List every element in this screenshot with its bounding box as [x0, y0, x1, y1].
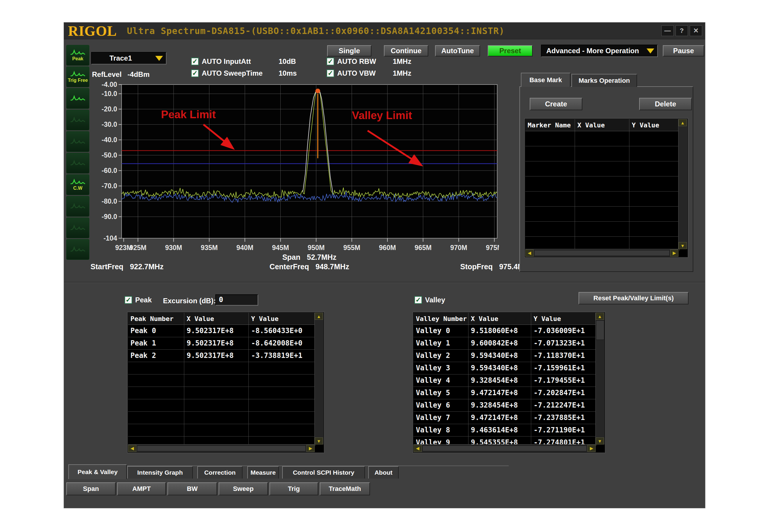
valley-checkbox[interactable]	[415, 296, 422, 304]
valley-table-row[interactable]: Valley 69.328454E+8-7.212247E+1	[414, 399, 605, 412]
tab-control-scpi-history[interactable]: Control SCPI History	[282, 466, 365, 479]
valley-table-row[interactable]: Valley 39.594340E+8-7.159961E+1	[414, 362, 605, 374]
pause-button[interactable]: Pause	[663, 45, 704, 56]
span-button[interactable]: Span	[66, 482, 116, 495]
marker-table-row-empty	[525, 192, 687, 207]
preset-button[interactable]: Preset	[488, 45, 533, 56]
auto-vbw-checkbox[interactable]	[326, 69, 334, 77]
autotune-button[interactable]: AutoTune	[435, 45, 480, 56]
trig-button[interactable]: Trig	[269, 482, 318, 495]
scroll-down-icon[interactable]	[315, 437, 323, 445]
trace-squiggle-icon	[69, 246, 86, 253]
horizontal-scrollbar[interactable]	[414, 444, 596, 452]
scroll-down-icon[interactable]	[679, 242, 687, 249]
horizontal-scrollbar[interactable]	[525, 249, 679, 257]
scroll-up-icon[interactable]	[315, 313, 323, 320]
scrollbar-thumb[interactable]	[596, 320, 604, 340]
excursion-input[interactable]: 0	[215, 294, 258, 306]
delete-marker-button[interactable]: Delete	[639, 98, 692, 110]
tab-intensity-graph[interactable]: Intensity Graph	[127, 466, 193, 479]
trace-squiggle-icon	[69, 117, 86, 123]
peak-table: Peak Number X Value Y Value Peak 09.5023…	[127, 312, 324, 453]
horizontal-scrollbar[interactable]	[128, 444, 315, 452]
ampt-button[interactable]: AMPT	[117, 482, 166, 495]
vertical-scrollbar[interactable]	[595, 313, 605, 445]
vertical-scrollbar[interactable]	[678, 119, 687, 249]
scroll-up-icon[interactable]	[596, 313, 604, 320]
valley-table-row[interactable]: Valley 29.594340E+8-7.118370E+1	[414, 350, 605, 362]
trace-squiggle-icon	[69, 71, 86, 77]
vertical-scrollbar[interactable]	[314, 313, 323, 445]
peak-table-row[interactable]: Peak 09.502317E+8-8.560433E+0	[128, 325, 323, 337]
scrollbar-thumb[interactable]	[137, 445, 306, 451]
valley-table-row[interactable]: Valley 89.463614E+8-7.271190E+1	[414, 424, 605, 437]
reset-peak-valley-button[interactable]: Reset Peak/Valley Limit(s)	[579, 292, 689, 304]
scroll-up-icon[interactable]	[679, 119, 687, 126]
y-tick-label: -80.0	[102, 197, 117, 205]
peak-table-row[interactable]: Peak 29.502317E+8-3.738819E+1	[128, 350, 323, 362]
trace-button-icon[interactable]	[66, 218, 89, 238]
trace-selector[interactable]: Trace1	[91, 52, 166, 64]
peak-table-row[interactable]: Peak 19.502317E+8-8.642008E+0	[128, 337, 323, 350]
continue-button[interactable]: Continue	[384, 45, 428, 56]
bw-button[interactable]: BW	[167, 482, 217, 495]
y-tick-label: -40.0	[102, 136, 117, 144]
chevron-down-icon	[647, 48, 654, 53]
marker-table-row-empty	[525, 207, 687, 222]
trig-free-icon[interactable]: Trig Free	[66, 67, 89, 87]
close-button[interactable]: ✕	[690, 25, 702, 36]
scroll-left-icon[interactable]	[414, 445, 422, 452]
valley-table-row[interactable]: Valley 19.600842E+8-7.071323E+1	[414, 337, 605, 350]
cw-trace-icon[interactable]: C.W	[66, 174, 89, 195]
auto-inputatt-checkbox[interactable]	[191, 58, 199, 65]
scroll-down-icon[interactable]	[596, 437, 604, 445]
trace-button-icon[interactable]	[66, 153, 89, 173]
trace-squiggle-icon	[69, 160, 86, 166]
peak-enable-row: Peak	[124, 296, 152, 304]
scrollbar-thumb[interactable]	[534, 250, 670, 256]
tab-base-mark[interactable]: Base Mark	[521, 73, 571, 87]
y-tick-label: -20.0	[102, 105, 117, 113]
valley-table: Valley Number X Value Y Value Valley 09.…	[413, 312, 605, 453]
auto-sweeptime-checkbox[interactable]	[191, 69, 199, 77]
scroll-right-icon[interactable]	[670, 249, 679, 257]
trace-button-icon[interactable]	[66, 239, 89, 260]
peak-table-row-empty	[128, 424, 323, 437]
rigol-logo: RIGOL	[68, 23, 117, 39]
auto-rbw-checkbox[interactable]	[326, 58, 334, 65]
x-tick-label: 925M	[129, 244, 147, 252]
sweep-button[interactable]: Sweep	[218, 482, 268, 495]
scroll-right-icon[interactable]	[306, 445, 315, 452]
marker-table: Marker Name X Value Y Value	[525, 119, 688, 257]
peak-checkbox[interactable]	[124, 296, 132, 304]
tab-peak-and-valley[interactable]: Peak & Valley	[68, 464, 127, 479]
single-button[interactable]: Single	[327, 45, 371, 56]
tab-correction[interactable]: Correction	[197, 466, 242, 479]
trace-button-icon[interactable]	[66, 196, 89, 217]
trace-button-icon[interactable]	[66, 131, 89, 152]
peak-table-row-empty	[128, 412, 323, 424]
auto-inputatt-row: AUTO InputAtt 10dB	[191, 57, 296, 66]
x-tick-label: 940M	[236, 244, 253, 252]
trace-button-icon[interactable]	[66, 110, 89, 130]
marker-table-row-empty	[525, 222, 687, 237]
create-marker-button[interactable]: Create	[530, 98, 582, 110]
sweep-loop-icon[interactable]	[66, 88, 89, 109]
advanced-operation-dropdown[interactable]: Advanced - More Operation	[541, 45, 658, 57]
valley-table-row[interactable]: Valley 49.328454E+8-7.179455E+1	[414, 374, 605, 387]
scroll-right-icon[interactable]	[587, 445, 596, 452]
valley-table-row[interactable]: Valley 59.472147E+8-7.202847E+1	[414, 387, 605, 399]
valley-table-row[interactable]: Valley 79.472147E+8-7.237885E+1	[414, 412, 605, 424]
tracemath-button[interactable]: TraceMath	[320, 482, 370, 495]
scroll-left-icon[interactable]	[525, 249, 534, 257]
y-tick-label: -60.0	[102, 167, 117, 174]
scroll-left-icon[interactable]	[128, 445, 136, 452]
tab-measure[interactable]: Measure	[247, 466, 279, 479]
peak-trace-icon[interactable]: Peak	[66, 45, 89, 66]
tab-about[interactable]: About	[368, 466, 399, 479]
help-button[interactable]: ?	[676, 25, 688, 36]
minimize-button[interactable]: —	[661, 25, 674, 36]
valley-table-row[interactable]: Valley 09.518060E+8-7.036009E+1	[414, 325, 605, 337]
tab-marks-operation[interactable]: Marks Operation	[572, 74, 637, 87]
scrollbar-thumb[interactable]	[423, 445, 587, 451]
